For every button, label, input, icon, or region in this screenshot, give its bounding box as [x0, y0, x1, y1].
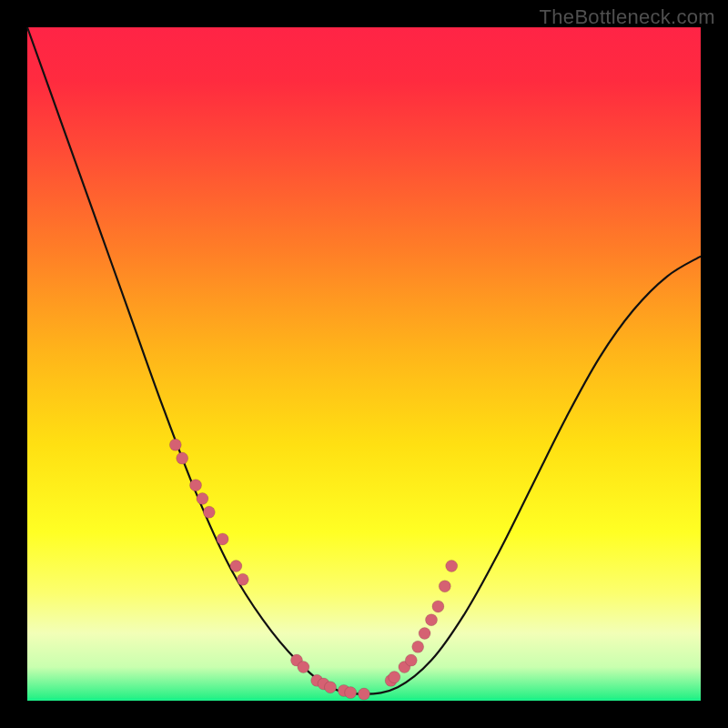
- marker-dot: [217, 533, 228, 545]
- marker-dot: [345, 687, 357, 699]
- marker-group: [169, 439, 457, 700]
- plot-area: [27, 27, 701, 701]
- marker-dot: [177, 452, 188, 464]
- marker-dot: [432, 601, 444, 612]
- marker-dot: [325, 682, 337, 693]
- marker-dot: [419, 628, 430, 640]
- marker-dot: [230, 561, 242, 572]
- marker-dot: [389, 672, 400, 683]
- marker-dot: [190, 480, 202, 491]
- marker-dot: [237, 573, 248, 585]
- marker-dot: [426, 614, 438, 626]
- marker-dot: [446, 561, 458, 572]
- watermark-text: TheBottleneck.com: [540, 5, 715, 29]
- curve-svg: [27, 27, 701, 701]
- marker-dot: [405, 654, 417, 666]
- marker-dot: [439, 581, 450, 592]
- bottleneck-curve: [27, 27, 701, 694]
- marker-dot: [197, 493, 208, 505]
- marker-dot: [298, 662, 309, 673]
- marker-dot: [359, 688, 370, 700]
- marker-dot: [203, 506, 215, 518]
- chart-frame: TheBottleneck.com: [0, 0, 728, 728]
- marker-dot: [412, 641, 424, 652]
- marker-dot: [169, 439, 181, 450]
